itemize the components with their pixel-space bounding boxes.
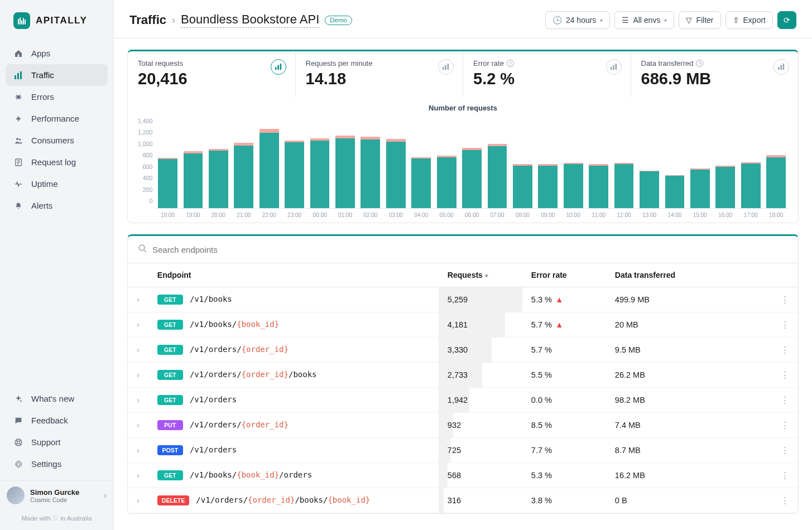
time-range-select[interactable]: 🕒 24 hours ▾ xyxy=(545,11,610,29)
table-row[interactable]: › PUT /v1/orders/{order_id} 932 8.5 % 7.… xyxy=(128,413,798,438)
filter-button[interactable]: ▽ Filter xyxy=(679,11,720,29)
nav-item-errors[interactable]: Errors xyxy=(6,86,108,108)
nav-item-apps[interactable]: Apps xyxy=(6,42,108,64)
table-row[interactable]: › GET /v1/books/{book_id} 4,181 5.7 %▲ 2… xyxy=(128,312,798,338)
chart-bar[interactable] xyxy=(587,118,610,208)
export-button[interactable]: ⇪ Export xyxy=(725,11,773,29)
breadcrumb-root[interactable]: Traffic xyxy=(129,13,166,27)
col-endpoint[interactable]: Endpoint xyxy=(148,263,439,287)
user-menu[interactable]: Simon Gurcke Cosmic Code › xyxy=(0,480,113,510)
table-row[interactable]: › GET /v1/books 5,259 5.3 %▲ 499.9 MB ⋮ xyxy=(128,287,798,312)
requests-cell: 5,259 xyxy=(439,287,522,312)
chart-bar[interactable] xyxy=(206,118,230,208)
chart-bar[interactable] xyxy=(714,118,737,208)
row-more-menu[interactable]: ⋮ xyxy=(772,338,798,363)
chart-bar[interactable] xyxy=(561,118,585,208)
error-rate-cell: 5.3 %▲ xyxy=(522,287,606,312)
stat-requests-per-minute[interactable]: Requests per minute 14.18 xyxy=(296,51,464,97)
row-more-menu[interactable]: ⋮ xyxy=(772,312,798,338)
chart-bar[interactable] xyxy=(257,118,281,208)
table-row[interactable]: › DELETE /v1/orders/{order_id}/books/{bo… xyxy=(128,488,798,513)
main: Traffic › Boundless Bookstore API Demo 🕒… xyxy=(114,0,812,530)
chart-bar[interactable] xyxy=(232,118,256,208)
stat-total-requests[interactable]: Total requests 20,416 xyxy=(128,51,296,97)
row-more-menu[interactable]: ⋮ xyxy=(772,388,798,413)
row-more-menu[interactable]: ⋮ xyxy=(772,287,798,312)
chart-bar[interactable] xyxy=(511,118,534,208)
nav-item-settings[interactable]: Settings xyxy=(6,453,108,475)
table-row[interactable]: › GET /v1/orders/{order_id} 3,330 5.7 % … xyxy=(128,338,798,363)
chart-bar[interactable] xyxy=(384,118,407,208)
endpoint-cell: GET /v1/orders xyxy=(148,388,439,413)
nav-item-traffic[interactable]: Traffic xyxy=(6,64,108,86)
nav-item-request-log[interactable]: Request log xyxy=(6,151,108,173)
chart-bar[interactable] xyxy=(460,118,483,208)
x-tick: 03:00 xyxy=(384,212,407,218)
nav-item-support[interactable]: Support xyxy=(6,431,108,453)
expand-row[interactable]: › xyxy=(128,488,148,513)
col-requests[interactable]: Requests ▾ xyxy=(439,263,522,287)
table-row[interactable]: › GET /v1/orders/{order_id}/books 2,733 … xyxy=(128,363,798,388)
expand-row[interactable]: › xyxy=(128,312,148,338)
col-error-rate[interactable]: Error rate xyxy=(522,263,606,287)
expand-row[interactable]: › xyxy=(128,287,148,312)
chart-bar[interactable] xyxy=(486,118,509,208)
nav-item-uptime[interactable]: Uptime xyxy=(6,173,108,195)
nav-item-what's-new[interactable]: What's new xyxy=(6,388,108,409)
row-more-menu[interactable]: ⋮ xyxy=(772,463,798,488)
table-row[interactable]: › GET /v1/orders 1,942 0.0 % 98.2 MB ⋮ xyxy=(128,388,798,413)
chart-bar[interactable] xyxy=(282,118,306,208)
method-badge: DELETE xyxy=(157,495,189,505)
search-input[interactable] xyxy=(152,245,788,254)
expand-row[interactable]: › xyxy=(128,413,148,438)
row-more-menu[interactable]: ⋮ xyxy=(772,413,798,438)
nav-item-performance[interactable]: Performance xyxy=(6,108,108,129)
stat-error-rate[interactable]: Error rate ? 5.2 % xyxy=(463,51,631,97)
error-rate-cell: 3.8 % xyxy=(522,488,606,513)
expand-row[interactable]: › xyxy=(128,438,148,463)
table-row[interactable]: › GET /v1/books/{book_id}/orders 568 5.3… xyxy=(128,463,798,488)
chart-bar[interactable] xyxy=(688,118,712,208)
row-more-menu[interactable]: ⋮ xyxy=(772,488,798,513)
chart-bar[interactable] xyxy=(435,118,458,208)
nav-item-feedback[interactable]: Feedback xyxy=(6,409,108,431)
expand-row[interactable]: › xyxy=(128,338,148,363)
expand-row[interactable]: › xyxy=(128,388,148,413)
env-select[interactable]: ☰ All envs ▾ xyxy=(614,11,674,29)
chart-bar[interactable] xyxy=(308,118,331,208)
row-more-menu[interactable]: ⋮ xyxy=(772,438,798,463)
nav-item-consumers[interactable]: Consumers xyxy=(6,129,108,151)
row-more-menu[interactable]: ⋮ xyxy=(772,363,798,388)
expand-row[interactable]: › xyxy=(128,363,148,388)
refresh-button[interactable]: ⟳ xyxy=(777,11,796,29)
nav-label: Errors xyxy=(31,92,54,102)
chart-bar[interactable] xyxy=(739,118,762,208)
expand-row[interactable]: › xyxy=(128,463,148,488)
logo[interactable]: APITALLY xyxy=(0,0,113,39)
chart-bar[interactable] xyxy=(410,118,433,208)
chart-bar[interactable] xyxy=(764,118,787,208)
x-tick: 15:00 xyxy=(688,212,712,218)
chart-bar[interactable] xyxy=(637,118,661,208)
nav-item-alerts[interactable]: Alerts xyxy=(6,195,108,216)
requests-cell: 932 xyxy=(439,413,522,438)
y-axis: 1,4001,2001,0008006004002000 xyxy=(138,118,156,204)
x-tick: 16:00 xyxy=(714,212,737,218)
col-data[interactable]: Data transferred xyxy=(606,263,772,287)
breadcrumb-api[interactable]: Boundless Bookstore API xyxy=(181,12,319,28)
requests-cell: 4,181 xyxy=(439,312,522,338)
requests-cell: 725 xyxy=(439,438,522,463)
chart-bar[interactable] xyxy=(536,118,560,208)
stat-data-transferred[interactable]: Data transferred ? 686.9 MB xyxy=(631,51,799,97)
chart-bar[interactable] xyxy=(156,118,179,208)
chart-bar[interactable] xyxy=(181,118,205,208)
requests-cell: 3,330 xyxy=(439,338,522,363)
data-cell: 20 MB xyxy=(606,312,772,338)
svg-rect-22 xyxy=(780,65,782,70)
chart-bar[interactable] xyxy=(612,118,636,208)
table-row[interactable]: › POST /v1/orders 725 7.7 % 8.7 MB ⋮ xyxy=(128,438,798,463)
chart-bar[interactable] xyxy=(359,118,382,208)
chart-bar[interactable] xyxy=(333,118,357,208)
warning-icon: ▲ xyxy=(555,320,563,329)
chart-bar[interactable] xyxy=(663,118,686,208)
